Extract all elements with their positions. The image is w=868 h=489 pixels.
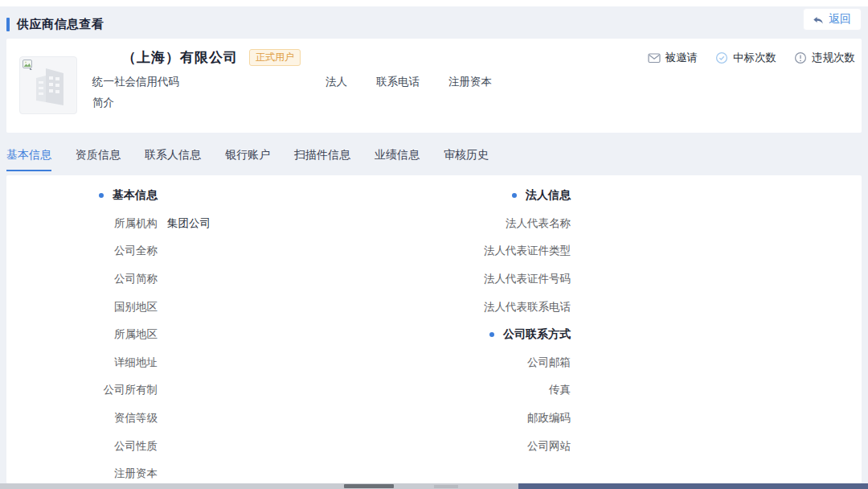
label-area: 法人代表名称	[476, 216, 571, 231]
field-row: 公司全称	[63, 237, 432, 265]
field-label: 邮政编码	[527, 411, 571, 425]
section-title: 基本信息	[113, 188, 158, 203]
section-bullet-icon	[512, 193, 517, 198]
label-area: 所属地区	[63, 327, 158, 342]
section-bullet-icon	[489, 332, 494, 337]
company-card: （上海）有限公司 正式用户 统一社会信用代码 法人 联系电话 注册资本 简介 被…	[6, 39, 862, 133]
page-title: 供应商信息查看	[17, 17, 104, 32]
company-name-row: （上海）有限公司 正式用户	[122, 48, 301, 67]
field-row: 所属地区	[63, 321, 432, 349]
field-row: 公司所有制	[63, 376, 432, 405]
user-status-badge: 正式用户	[249, 49, 301, 66]
label-area: 法人代表联系电话	[476, 300, 571, 314]
tab-qualification-info[interactable]: 资质信息	[76, 148, 121, 171]
field-row: 资信等级	[63, 405, 432, 433]
field-label: 法人代表联系电话	[484, 300, 571, 314]
tab-audit-history[interactable]: 审核历史	[444, 148, 489, 171]
tab-bank-account[interactable]: 银行账户	[225, 148, 270, 171]
circle-check-icon	[715, 51, 728, 64]
label-area: 公司网站	[476, 439, 571, 454]
field-label: 公司所有制	[104, 383, 158, 397]
label-area: 资信等级	[63, 411, 158, 425]
field-row: 公司网站	[476, 432, 845, 460]
field-value: 集团公司	[167, 216, 211, 231]
company-name: （上海）有限公司	[122, 48, 238, 67]
label-area: 国别地区	[63, 300, 158, 314]
legal-info-column: 法人信息法人代表名称法人代表证件类型法人代表证件号码法人代表联系电话公司联系方式…	[476, 182, 845, 460]
field-label: 法人代表证件号码	[484, 272, 571, 286]
tab-contact-person[interactable]: 联系人信息	[145, 148, 201, 171]
section-title: 法人信息	[526, 188, 571, 203]
intro-label: 简介	[92, 96, 114, 110]
section-header-row: 公司联系方式	[476, 321, 845, 349]
field-label: 详细地址	[114, 355, 158, 370]
field-row: 国别地区	[63, 293, 432, 321]
field-label: 注册资本	[114, 466, 158, 481]
legal-person-label: 法人	[326, 75, 347, 89]
label-area: 法人代表证件类型	[476, 244, 571, 258]
field-label: 公司简称	[114, 272, 158, 286]
field-row: 法人代表联系电话	[476, 293, 845, 321]
field-label: 所属机构	[114, 216, 158, 231]
section-header-row: 基本信息	[63, 182, 432, 210]
field-label: 传真	[549, 383, 571, 397]
basic-info-column: 基本信息所属机构集团公司公司全称公司简称国别地区所属地区详细地址公司所有制资信等…	[63, 182, 432, 483]
label-area: 邮政编码	[476, 411, 571, 425]
field-row: 法人代表名称	[476, 210, 845, 238]
field-label: 法人代表证件类型	[484, 244, 571, 258]
bottom-strip-smudge	[344, 484, 394, 488]
field-row: 所属机构集团公司	[63, 210, 432, 238]
field-label: 资信等级	[114, 411, 158, 425]
content-panel: 基本信息所属机构集团公司公司全称公司简称国别地区所属地区详细地址公司所有制资信等…	[6, 175, 862, 483]
credit-code-label: 统一社会信用代码	[92, 75, 179, 89]
field-row: 传真	[476, 376, 845, 405]
bottom-window-strip	[0, 483, 868, 489]
label-area: 法人代表证件号码	[476, 272, 571, 286]
label-area: 公司全称	[63, 244, 158, 258]
label-area: 传真	[476, 383, 571, 397]
field-label: 公司性质	[114, 439, 158, 454]
label-area: 所属机构	[63, 216, 158, 231]
field-row: 详细地址	[63, 349, 432, 377]
page-header: 供应商信息查看	[6, 14, 104, 34]
tab-performance-info[interactable]: 业绩信息	[375, 148, 420, 171]
stat-label: 被邀请	[665, 51, 698, 65]
tab-bar: 基本信息资质信息联系人信息银行账户扫描件信息业绩信息审核历史	[6, 148, 489, 171]
field-label: 法人代表名称	[506, 216, 571, 231]
stat-win-count[interactable]: 中标次数	[715, 51, 776, 65]
label-area: 详细地址	[63, 355, 158, 370]
label-area: 公司所有制	[63, 383, 158, 397]
label-area: 公司邮箱	[476, 355, 571, 370]
label-area: 法人信息	[476, 188, 571, 203]
field-row: 法人代表证件类型	[476, 237, 845, 265]
back-button[interactable]: 返回	[803, 8, 862, 31]
stat-invited[interactable]: 被邀请	[648, 51, 698, 65]
section-bullet-icon	[99, 193, 104, 198]
label-area: 基本信息	[63, 188, 158, 203]
label-area: 公司简称	[63, 272, 158, 286]
bottom-strip-dark-segment	[518, 483, 868, 489]
back-arrow-icon	[812, 14, 824, 25]
building-icon	[31, 67, 68, 107]
section-header-row: 法人信息	[476, 182, 845, 210]
field-row: 邮政编码	[476, 405, 845, 433]
section-title: 公司联系方式	[503, 327, 571, 342]
field-row: 公司邮箱	[476, 349, 845, 377]
field-label: 公司全称	[114, 244, 158, 258]
envelope-icon	[648, 52, 661, 64]
stat-label: 中标次数	[733, 51, 776, 65]
label-area: 公司联系方式	[476, 327, 571, 342]
registered-capital-label: 注册资本	[448, 75, 492, 89]
field-row: 公司简称	[63, 265, 432, 294]
tab-basic-info[interactable]: 基本信息	[6, 148, 51, 171]
label-area: 注册资本	[63, 466, 158, 481]
back-button-label: 返回	[829, 12, 851, 27]
field-row: 注册资本	[63, 460, 432, 483]
company-stats-row: 被邀请中标次数违规次数	[648, 51, 856, 65]
field-label: 公司邮箱	[527, 355, 571, 370]
field-label: 公司网站	[527, 439, 571, 454]
tab-scan-files[interactable]: 扫描件信息	[294, 148, 350, 171]
stat-label: 违规次数	[812, 51, 855, 65]
field-row: 公司性质	[63, 432, 432, 460]
stat-violation-count[interactable]: 违规次数	[794, 51, 855, 65]
